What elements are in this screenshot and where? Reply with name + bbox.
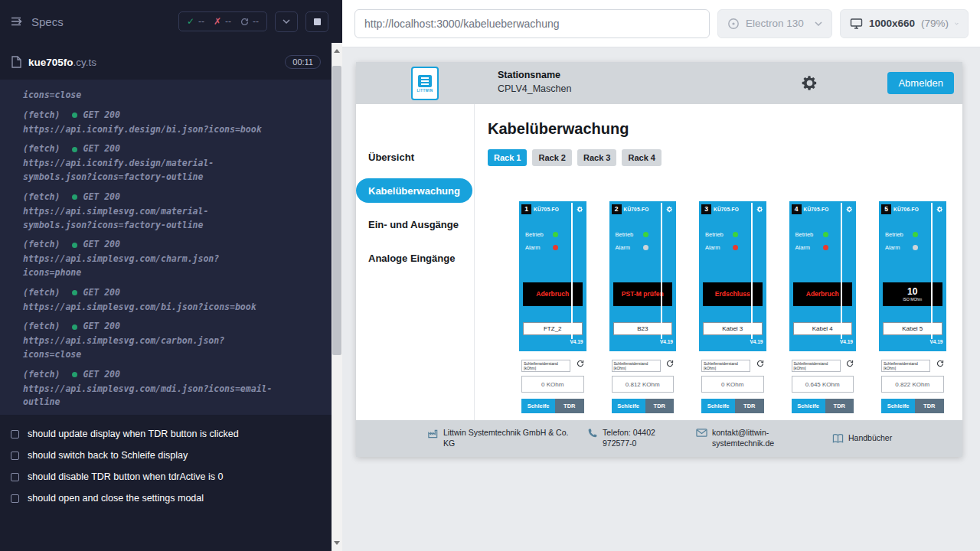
card-gear-icon[interactable] — [577, 206, 583, 213]
triangle-up-icon — [334, 49, 340, 53]
footer-phone[interactable]: Telefon: 04402 972577-0 — [587, 428, 696, 448]
factory-icon — [427, 428, 439, 439]
spec-file-row[interactable]: kue705fo.cy.ts 00:11 — [0, 43, 332, 77]
test-item[interactable]: should disable TDR button when tdrActive… — [11, 466, 332, 487]
schleife-button[interactable]: Schleife — [881, 399, 915, 413]
tab-rack-4[interactable]: Rack 4 — [622, 149, 661, 166]
cable-name: B23 — [613, 322, 673, 335]
status-ok-dot — [72, 372, 77, 377]
browser-select[interactable]: Electron 130 — [717, 9, 832, 38]
refresh-icon[interactable] — [756, 360, 764, 367]
log-entry[interactable]: (fetch)GET 200 https://api.simplesvg.com… — [23, 191, 316, 232]
card-gear-icon[interactable] — [846, 206, 853, 213]
resistance-label: Schleifenwiderstand [kOhm] — [792, 360, 841, 372]
betrieb-led — [823, 232, 828, 237]
test-item[interactable]: should open and close the settings modal — [11, 487, 332, 509]
panel-scrollbar[interactable] — [332, 43, 342, 551]
pending-icon — [240, 18, 249, 26]
cable-name: Kabel 4 — [793, 322, 853, 335]
betrieb-led — [733, 232, 738, 237]
resistance-value: 0 KOhm — [521, 376, 584, 393]
refresh-icon[interactable] — [936, 360, 944, 367]
log-entry[interactable]: (fetch)GET 200 https://api.simplesvg.com… — [23, 320, 316, 361]
viewport-select[interactable]: 1000x660 (79%) — [840, 9, 969, 38]
firmware-version: V4.19 — [840, 339, 853, 344]
tdr-button[interactable]: TDR — [915, 399, 943, 413]
email-icon — [696, 428, 707, 438]
tdr-button[interactable]: TDR — [825, 399, 854, 413]
test-stats: ✓-- ✗-- -- — [178, 11, 267, 31]
sidebar-item-uebersicht[interactable]: Übersicht — [356, 140, 474, 174]
resistance-value: 0.822 KOhm — [881, 376, 944, 393]
firmware-version: V4.19 — [930, 339, 943, 344]
refresh-icon[interactable] — [846, 360, 854, 367]
stop-tests-button[interactable] — [305, 11, 328, 32]
device-card: 2 KÜ705-FO Betrieb Alarm PST-M prüfen B2… — [609, 201, 677, 419]
tdr-button[interactable]: TDR — [735, 399, 763, 413]
card-number-badge: 5 — [881, 204, 891, 214]
schleife-button[interactable]: Schleife — [701, 399, 735, 413]
log-entry[interactable]: (fetch)GET 200 https://api.simplesvg.com… — [23, 286, 316, 315]
card-model-label: KÜ705-FO — [624, 207, 667, 212]
url-input[interactable] — [364, 18, 700, 30]
app-sidebar: Übersicht Kabelüberwachung Ein- und Ausg… — [356, 104, 475, 420]
log-entry[interactable]: (fetch)GET 200 https://api.iconify.desig… — [23, 109, 316, 137]
scroll-up-button[interactable] — [332, 44, 342, 57]
station-name: CPLV4_Maschen — [498, 83, 571, 94]
log-entry[interactable]: (fetch)GET 200 https://api.iconify.desig… — [23, 142, 316, 184]
card-gear-icon[interactable] — [666, 206, 673, 213]
betrieb-led — [643, 232, 648, 237]
specs-menu-icon[interactable] — [11, 15, 24, 28]
test-state-icon — [11, 473, 19, 481]
tdr-button[interactable]: TDR — [555, 399, 583, 413]
sidebar-item-ein-und-ausgaenge[interactable]: Ein- und Ausgänge — [356, 207, 474, 241]
log-entry[interactable]: icons=close — [23, 89, 316, 103]
tdr-button[interactable]: TDR — [645, 399, 674, 413]
status-ok-dot — [72, 194, 77, 200]
schleife-button[interactable]: Schleife — [612, 399, 645, 413]
alarm-led — [553, 245, 558, 250]
stat-pending: -- — [240, 16, 259, 27]
tab-rack-1[interactable]: Rack 1 — [488, 149, 527, 166]
footer-email[interactable]: kontakt@littwin-systemtechnik.de — [696, 428, 832, 448]
card-gear-icon[interactable] — [936, 206, 943, 213]
app-main: Kabelüberwachung Rack 1 Rack 2 Rack 3 Ra… — [475, 104, 962, 420]
stop-icon — [314, 18, 321, 25]
tab-rack-3[interactable]: Rack 3 — [577, 149, 616, 166]
resistance-label: Schleifenwiderstand [kOhm] — [521, 360, 570, 372]
card-gear-icon[interactable] — [756, 206, 763, 213]
log-entry[interactable]: (fetch)GET 200 https://api.simplesvg.com… — [23, 238, 316, 279]
cable-name: Kabel 3 — [703, 322, 763, 335]
settings-gear-icon[interactable] — [801, 74, 818, 92]
url-bar[interactable] — [354, 9, 710, 38]
test-item[interactable]: should switch back to Schleife display — [11, 445, 332, 466]
chevron-down-icon — [283, 19, 290, 24]
logout-button[interactable]: Abmelden — [887, 72, 954, 94]
test-state-icon — [11, 494, 19, 503]
scroll-down-button[interactable] — [332, 536, 342, 549]
test-list: should update display when TDR button is… — [0, 415, 332, 509]
schleife-button[interactable]: Schleife — [792, 399, 825, 413]
book-icon — [832, 433, 844, 444]
sidebar-item-analoge-eingaenge[interactable]: Analoge Eingänge — [356, 241, 474, 275]
collapse-reporter-button[interactable] — [275, 11, 298, 32]
app-header: LITTWIN Stationsname CPLV4_Maschen Abmel… — [356, 62, 962, 104]
status-ok-dot — [72, 112, 77, 118]
tab-rack-2[interactable]: Rack 2 — [532, 149, 571, 166]
scrollbar-thumb[interactable] — [332, 66, 341, 355]
alarm-led — [913, 245, 918, 250]
footer-manuals[interactable]: Handbücher — [832, 433, 892, 444]
spec-file-icon — [11, 56, 21, 68]
sidebar-item-kabelueberwachung[interactable]: Kabelüberwachung — [356, 178, 472, 203]
test-state-icon — [11, 452, 19, 460]
refresh-icon[interactable] — [577, 360, 584, 367]
status-ok-dot — [72, 243, 77, 248]
triangle-down-icon — [334, 541, 340, 545]
refresh-icon[interactable] — [666, 360, 674, 367]
schleife-button[interactable]: Schleife — [521, 399, 555, 413]
resistance-label: Schleifenwiderstand [kOhm] — [881, 360, 930, 372]
test-item[interactable]: should update display when TDR button is… — [11, 423, 332, 445]
log-entry[interactable]: (fetch)GET 200 https://api.simplesvg.com… — [23, 368, 316, 409]
resistance-value: 0 KOhm — [701, 376, 764, 393]
cypress-panel: Specs ✓-- ✗-- -- kue705fo.cy.ts 00:11 — [0, 0, 342, 551]
